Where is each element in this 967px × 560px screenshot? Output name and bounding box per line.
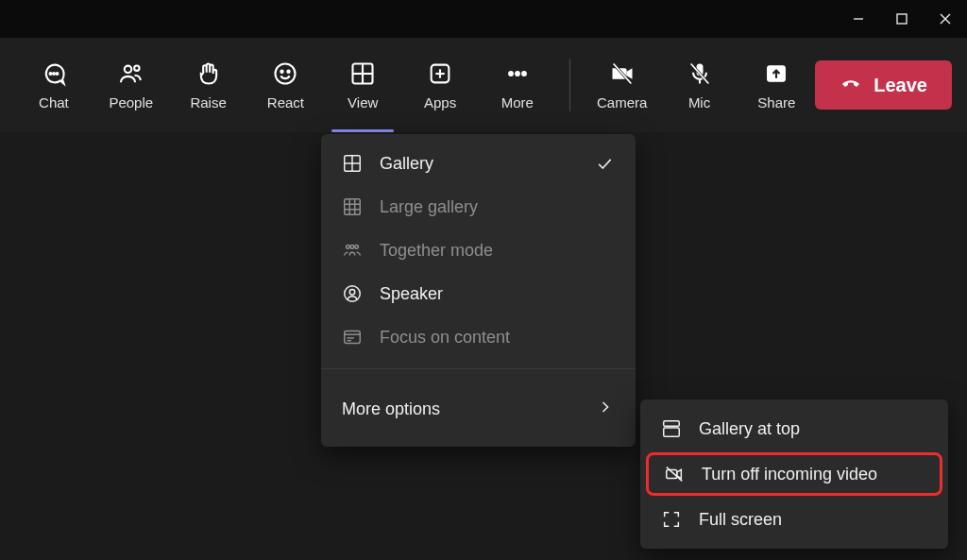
svg-point-9: [276, 63, 296, 83]
camera-button[interactable]: Camera: [584, 38, 661, 132]
menu-item-speaker[interactable]: Speaker: [321, 272, 636, 315]
more-options-submenu: Gallery at top Turn off incoming video F…: [640, 399, 948, 549]
raise-hand-label: Raise: [190, 94, 226, 110]
menu-item-focus-content[interactable]: Focus on content: [321, 315, 636, 359]
people-label: People: [109, 94, 153, 110]
svg-point-11: [288, 70, 290, 72]
leave-label: Leave: [874, 75, 927, 96]
video-off-icon: [664, 464, 685, 484]
apps-button[interactable]: Apps: [401, 38, 479, 132]
window-titlebar: [0, 0, 967, 38]
svg-rect-46: [664, 428, 680, 436]
chevron-right-icon: [596, 398, 615, 421]
svg-point-37: [350, 246, 354, 249]
more-icon: [504, 60, 531, 87]
svg-point-39: [345, 286, 361, 302]
menu-item-turn-off-incoming-video[interactable]: Turn off incoming video: [646, 452, 942, 496]
together-mode-icon: [342, 240, 363, 261]
meeting-toolbar: Chat People Raise React View Apps: [0, 38, 967, 132]
svg-point-36: [347, 246, 350, 249]
menu-item-gallery[interactable]: Gallery: [321, 142, 636, 185]
menu-item-label: Focus on content: [380, 328, 510, 348]
svg-point-7: [125, 65, 131, 72]
menu-item-label: Turn off incoming video: [702, 465, 877, 484]
more-label: More: [501, 94, 534, 110]
menu-item-label: Gallery: [380, 154, 433, 174]
raise-hand-icon: [195, 60, 222, 87]
menu-item-label: Together mode: [380, 241, 493, 261]
svg-point-40: [349, 289, 355, 295]
mic-button[interactable]: Mic: [661, 38, 738, 132]
menu-separator: [321, 368, 636, 369]
menu-item-label: Speaker: [380, 284, 443, 304]
react-button[interactable]: React: [246, 38, 324, 132]
chat-button[interactable]: Chat: [15, 38, 93, 132]
minimize-button[interactable]: [837, 1, 880, 37]
svg-point-18: [509, 71, 514, 76]
focus-content-icon: [342, 327, 363, 348]
more-button[interactable]: More: [479, 38, 556, 132]
svg-point-6: [56, 73, 58, 75]
hangup-icon: [840, 72, 862, 99]
chat-icon: [41, 60, 67, 87]
people-button[interactable]: People: [93, 38, 170, 132]
svg-rect-31: [345, 199, 361, 215]
svg-rect-45: [664, 421, 680, 427]
mic-off-icon: [687, 60, 713, 87]
toolbar-divider: [569, 59, 570, 111]
menu-item-more-options[interactable]: More options: [321, 379, 636, 439]
people-icon: [118, 60, 144, 87]
menu-item-label: Large gallery: [380, 197, 478, 217]
svg-rect-1: [897, 14, 907, 24]
share-icon: [763, 60, 789, 87]
menu-item-together-mode[interactable]: Together mode: [321, 229, 636, 272]
share-label: Share: [757, 94, 795, 110]
mic-label: Mic: [688, 94, 710, 110]
svg-point-19: [516, 71, 520, 76]
menu-item-large-gallery[interactable]: Large gallery: [321, 185, 636, 229]
apps-icon: [427, 60, 453, 87]
menu-item-label: More options: [342, 399, 440, 419]
share-button[interactable]: Share: [738, 38, 815, 132]
view-button[interactable]: View: [324, 38, 401, 132]
svg-rect-41: [345, 331, 361, 344]
menu-item-label: Gallery at top: [699, 419, 800, 439]
menu-item-gallery-at-top[interactable]: Gallery at top: [640, 407, 948, 450]
view-icon: [349, 60, 376, 87]
svg-point-38: [355, 246, 359, 249]
chat-label: Chat: [39, 94, 69, 110]
react-label: React: [267, 94, 304, 110]
speaker-icon: [342, 283, 363, 304]
svg-point-10: [281, 70, 283, 72]
react-icon: [272, 60, 298, 87]
large-gallery-icon: [342, 196, 363, 217]
leave-button[interactable]: Leave: [815, 60, 952, 110]
apps-label: Apps: [424, 94, 456, 110]
svg-point-5: [53, 73, 55, 75]
check-icon: [594, 153, 615, 174]
menu-item-full-screen[interactable]: Full screen: [640, 498, 948, 541]
raise-hand-button[interactable]: Raise: [170, 38, 247, 132]
full-screen-icon: [661, 509, 682, 530]
gallery-icon: [342, 153, 363, 174]
gallery-at-top-icon: [661, 418, 682, 439]
svg-point-4: [49, 73, 51, 75]
close-window-button[interactable]: [924, 1, 967, 37]
camera-label: Camera: [597, 94, 647, 110]
camera-off-icon: [609, 60, 636, 87]
menu-item-label: Full screen: [699, 510, 782, 530]
maximize-button[interactable]: [880, 1, 924, 37]
view-menu: Gallery Large gallery Together mode Spea…: [321, 134, 636, 447]
svg-point-20: [522, 71, 527, 76]
svg-point-8: [134, 65, 139, 70]
view-label: View: [348, 94, 378, 110]
